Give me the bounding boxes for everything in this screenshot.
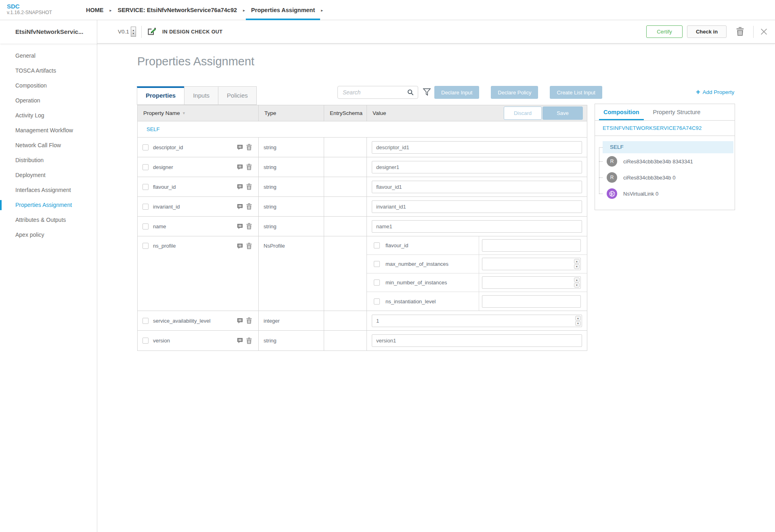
sidebar-item-apex-policy[interactable]: Apex policy xyxy=(0,227,97,242)
breadcrumb-item[interactable]: SERVICE: EtsiNfvNetworkService76a74c92 xyxy=(113,0,243,20)
delete-property-icon[interactable] xyxy=(246,203,252,210)
value-input[interactable] xyxy=(482,242,580,248)
self-group-label[interactable]: SELF xyxy=(138,121,587,138)
sidebar-item-interfaces-assignment[interactable]: Interfaces Assignment xyxy=(0,183,97,198)
property-checkbox[interactable] xyxy=(142,223,149,229)
property-checkbox[interactable] xyxy=(142,144,149,150)
delete-property-icon[interactable] xyxy=(246,164,252,170)
sdc-logo[interactable]: SDC v.1.16.2-SNAPSHOT xyxy=(7,3,52,16)
tab-properties[interactable]: Properties xyxy=(137,86,184,105)
column-header-property-name[interactable]: Property Name ▾ xyxy=(138,105,259,121)
close-icon[interactable] xyxy=(760,28,767,36)
comment-icon[interactable] xyxy=(237,184,243,190)
breadcrumb-item[interactable]: Properties Assignment xyxy=(246,0,320,20)
certify-button[interactable]: Certify xyxy=(646,25,683,38)
delete-property-icon[interactable] xyxy=(246,243,252,249)
sub-property-checkbox[interactable] xyxy=(374,261,380,267)
comment-icon[interactable] xyxy=(237,243,243,249)
property-checkbox[interactable] xyxy=(142,204,149,210)
tree-node-nsvirtuallink-0[interactable]: NsVirtualLink 0 xyxy=(607,186,735,202)
comment-icon[interactable] xyxy=(237,338,243,344)
sub-property-checkbox[interactable] xyxy=(374,242,380,248)
sidebar-item-general[interactable]: General xyxy=(0,48,97,63)
spinner-up-icon[interactable]: ▴ xyxy=(574,277,580,282)
sidebar-item-tosca-artifacts[interactable]: TOSCA Artifacts xyxy=(0,63,97,78)
delete-property-icon[interactable] xyxy=(246,338,252,344)
property-row-flavour_id: flavour_idstring xyxy=(138,177,587,197)
sidebar-item-properties-assignment[interactable]: Properties Assignment xyxy=(0,198,97,213)
row-action-icons xyxy=(237,223,252,229)
comment-icon[interactable] xyxy=(237,223,243,229)
version-selector[interactable]: V0.1 ▴▾ xyxy=(118,27,136,37)
property-checkbox[interactable] xyxy=(142,243,149,249)
spinner-down-icon[interactable]: ▾ xyxy=(575,321,581,326)
row-action-icons xyxy=(237,184,252,190)
service-link[interactable]: ETSINFVNETWORKSERVICE76A74C92 xyxy=(595,121,735,136)
filter-funnel-icon[interactable] xyxy=(423,88,431,98)
property-row-ns_profile: ns_profileNsProfileflavour_idmax_number_… xyxy=(138,236,587,311)
comment-icon[interactable] xyxy=(237,144,243,150)
value-input[interactable] xyxy=(372,184,582,190)
spinner-down-icon[interactable]: ▾ xyxy=(574,283,580,288)
sub-property-checkbox[interactable] xyxy=(374,298,380,305)
value-input[interactable] xyxy=(372,204,582,210)
delete-service-icon[interactable] xyxy=(736,27,744,37)
spinner-down-icon[interactable]: ▾ xyxy=(574,264,580,269)
checkin-button[interactable]: Check in xyxy=(687,25,727,38)
save-button[interactable]: Save xyxy=(542,106,583,120)
search-input[interactable] xyxy=(338,89,407,96)
comment-icon[interactable] xyxy=(237,318,243,324)
value-input[interactable] xyxy=(372,164,582,170)
sidebar-item-operation[interactable]: Operation xyxy=(0,93,97,108)
sidebar-menu: GeneralTOSCA ArtifactsCompositionOperati… xyxy=(0,44,97,532)
sidebar-item-management-workflow[interactable]: Management Workflow xyxy=(0,123,97,138)
delete-property-icon[interactable] xyxy=(246,223,252,229)
tree-node-cires834cbb3be34b-0[interactable]: RciRes834cbb3be34b 0 xyxy=(607,169,735,186)
property-checkbox[interactable] xyxy=(142,318,149,324)
add-property-button[interactable]: + Add Property xyxy=(696,88,734,96)
property-type-cell: string xyxy=(259,138,324,157)
tab-policies[interactable]: Policies xyxy=(218,86,257,105)
delete-property-icon[interactable] xyxy=(246,184,252,190)
discard-button[interactable]: Discard xyxy=(504,106,542,120)
sidebar-item-activity-log[interactable]: Activity Log xyxy=(0,108,97,123)
number-spinner[interactable]: ▴▾ xyxy=(574,259,580,269)
tree-connector-stub xyxy=(599,177,603,178)
value-input[interactable] xyxy=(372,144,582,150)
declare-policy-button[interactable]: Declare Policy xyxy=(491,86,538,99)
property-checkbox[interactable] xyxy=(142,164,149,170)
value-input[interactable] xyxy=(482,261,580,267)
declare-input-button[interactable]: Declare Input xyxy=(434,86,479,99)
tab-property-structure[interactable]: Property Structure xyxy=(649,104,705,120)
spinner-up-icon[interactable]: ▴ xyxy=(574,259,580,264)
declare-actions: Declare InputDeclare PolicyCreate List I… xyxy=(434,86,602,99)
value-input[interactable] xyxy=(482,280,580,286)
delete-property-icon[interactable] xyxy=(246,144,252,150)
delete-property-icon[interactable] xyxy=(246,317,252,324)
create-list-input-button[interactable]: Create List Input xyxy=(550,86,602,99)
search-icon[interactable] xyxy=(407,89,414,96)
tree-node-self[interactable]: SELF xyxy=(603,141,733,153)
sidebar-item-attributes-outputs[interactable]: Attributes & Outputs xyxy=(0,213,97,227)
comment-icon[interactable] xyxy=(237,204,243,210)
sidebar-item-network-call-flow[interactable]: Network Call Flow xyxy=(0,138,97,153)
tab-inputs[interactable]: Inputs xyxy=(184,86,218,105)
version-dropdown-icon[interactable]: ▴▾ xyxy=(131,27,136,37)
property-checkbox[interactable] xyxy=(142,338,149,344)
sidebar-item-composition[interactable]: Composition xyxy=(0,78,97,93)
comment-icon[interactable] xyxy=(237,164,243,170)
sidebar-item-deployment[interactable]: Deployment xyxy=(0,168,97,183)
sub-property-checkbox[interactable] xyxy=(374,280,380,286)
tab-composition[interactable]: Composition xyxy=(599,104,644,120)
sidebar-item-distribution[interactable]: Distribution xyxy=(0,153,97,168)
value-input[interactable] xyxy=(372,318,582,324)
number-spinner[interactable]: ▴▾ xyxy=(574,277,580,288)
value-input[interactable] xyxy=(482,298,580,305)
breadcrumb-item[interactable]: HOME xyxy=(81,0,109,20)
value-input[interactable] xyxy=(372,338,582,344)
spinner-up-icon[interactable]: ▴ xyxy=(575,316,581,321)
number-spinner[interactable]: ▴▾ xyxy=(575,316,581,326)
tree-node-cires834cbb3be34b-8343341[interactable]: RciRes834cbb3be34b 8343341 xyxy=(607,153,735,169)
property-checkbox[interactable] xyxy=(142,184,149,190)
value-input[interactable] xyxy=(372,223,582,229)
